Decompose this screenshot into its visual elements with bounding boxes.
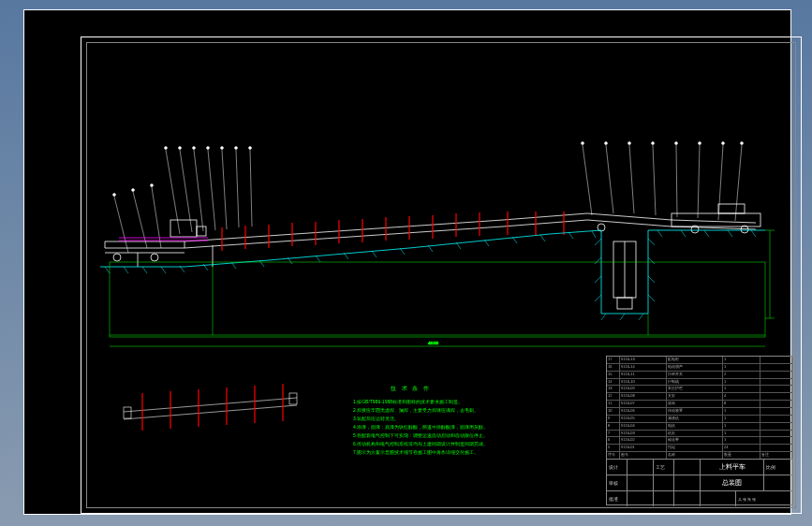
- note-line: 2.焊接应牢固无虚焊、漏焊，主要受力焊缝应满焊，去毛刺。: [353, 406, 615, 415]
- svg-rect-39: [718, 204, 745, 213]
- svg-line-0: [114, 197, 128, 253]
- svg-line-10: [194, 150, 203, 231]
- svg-line-20: [583, 145, 592, 215]
- svg-line-95: [657, 230, 662, 237]
- svg-line-75: [372, 251, 376, 257]
- svg-line-2: [133, 192, 147, 248]
- svg-line-84: [595, 239, 601, 245]
- svg-line-88: [601, 314, 606, 320]
- bom-row: 129116-08支架4: [607, 393, 792, 401]
- bom-row: 169116-14电动葫芦1: [607, 364, 792, 372]
- svg-line-73: [316, 256, 320, 262]
- svg-point-21: [582, 142, 584, 145]
- bom-row: 139116-09安全护栏1: [607, 386, 792, 393]
- bom-table: 179116-13配电柜1 169116-14电动葫芦1 159116-11行程…: [607, 357, 792, 460]
- svg-point-1: [113, 194, 116, 197]
- callouts-right: [582, 142, 744, 222]
- svg-line-14: [222, 150, 227, 229]
- svg-point-25: [628, 142, 631, 145]
- notes-title: 技 术 条 件: [391, 384, 615, 394]
- svg-point-41: [151, 254, 158, 261]
- idlers: [222, 212, 564, 251]
- project-name: 上料平车: [701, 460, 764, 475]
- svg-point-13: [207, 147, 210, 150]
- cad-canvas: 48000 技 术 条 件 1.按: [23, 9, 791, 515]
- svg-point-3: [132, 189, 135, 192]
- svg-line-89: [620, 314, 625, 320]
- svg-line-64: [105, 267, 110, 273]
- svg-rect-103: [110, 262, 765, 337]
- svg-line-28: [676, 145, 677, 217]
- dim-width: 48000: [428, 341, 439, 345]
- bom-row: 89116-04电机1: [607, 423, 792, 431]
- svg-point-29: [675, 142, 678, 145]
- section-detail: [124, 384, 297, 431]
- svg-rect-102: [617, 298, 632, 309]
- technical-notes: 技 术 条 件 1.按GB/T986-1988标准和图样的技术要求施工制造。 2…: [353, 384, 615, 457]
- svg-point-17: [235, 147, 238, 150]
- svg-point-35: [741, 142, 744, 145]
- svg-rect-118: [289, 393, 297, 404]
- svg-line-32: [718, 145, 723, 220]
- title-block-lower: 设计 工艺 上料平车 比例 审核 总装图 批准 共 张 第 张: [607, 460, 792, 506]
- svg-line-22: [606, 145, 613, 213]
- svg-line-65: [124, 267, 128, 273]
- svg-point-15: [221, 147, 224, 150]
- svg-line-4: [152, 187, 161, 248]
- svg-line-92: [648, 257, 655, 264]
- svg-point-19: [249, 147, 252, 150]
- note-line: 7.图示为方案示意图技术细节在施工图中再作详细交付施工。: [353, 448, 615, 457]
- bom-row: 79116-03机架1: [607, 431, 792, 438]
- note-line: 3.装配后应运转灵活。: [353, 415, 615, 423]
- svg-point-11: [193, 147, 196, 150]
- svg-line-97: [704, 230, 709, 237]
- svg-line-83: [592, 231, 596, 238]
- svg-line-71: [259, 260, 264, 267]
- svg-point-7: [165, 147, 168, 150]
- svg-line-93: [648, 276, 655, 283]
- note-line: 4.涂漆，面漆：底漆为铁红醇酸，两道中涂醇酸漆，面漆用灰醇。: [353, 423, 615, 431]
- bom-row: 119116-07滚筒8: [607, 401, 792, 408]
- svg-rect-38: [672, 213, 760, 226]
- svg-line-99: [751, 230, 756, 237]
- svg-line-82: [568, 232, 573, 239]
- bom-row: 149116-10控制线1: [607, 379, 792, 387]
- svg-rect-36: [170, 220, 197, 237]
- svg-line-87: [595, 295, 601, 301]
- svg-line-94: [648, 295, 655, 301]
- svg-line-85: [595, 257, 601, 264]
- drawing-title: 总装图: [701, 475, 764, 490]
- note-line: 1.按GB/T986-1988标准和图样的技术要求施工制造。: [353, 398, 615, 406]
- svg-point-31: [699, 142, 701, 145]
- svg-point-5: [151, 184, 154, 187]
- svg-line-96: [681, 230, 686, 237]
- dimensions: 48000: [110, 230, 775, 346]
- note-line: 5.在配套电气控制下可实现：调整运速自动启动和自动限位停止。: [353, 431, 615, 440]
- svg-point-44: [598, 224, 605, 231]
- svg-point-9: [179, 147, 182, 150]
- svg-line-81: [540, 235, 545, 241]
- bom-row: 179116-13配电柜1: [607, 357, 792, 364]
- svg-line-12: [208, 150, 215, 230]
- svg-rect-117: [124, 407, 131, 418]
- svg-line-91: [648, 239, 655, 245]
- svg-line-24: [629, 145, 634, 213]
- svg-line-6: [166, 150, 180, 234]
- bom-row: 109116-06传动装置1: [607, 408, 792, 416]
- ground: [100, 230, 765, 320]
- bom-row: 99116-05减速机1: [607, 416, 792, 423]
- svg-rect-37: [197, 226, 206, 236]
- svg-point-23: [605, 142, 608, 145]
- title-block: 179116-13配电柜1 169116-14电动葫芦1 159116-11行程…: [606, 356, 793, 505]
- svg-line-66: [142, 267, 147, 273]
- svg-line-16: [236, 150, 239, 227]
- svg-line-18: [250, 150, 252, 226]
- svg-line-98: [728, 230, 732, 237]
- svg-line-90: [639, 314, 643, 320]
- note-line: 6.传动机构和电气控制系统等均与土建同期设计并制造同期完成。: [353, 440, 615, 448]
- svg-point-27: [652, 142, 655, 145]
- svg-line-86: [595, 276, 601, 283]
- drawing-frame: 48000 技 术 条 件 1.按: [81, 37, 802, 514]
- bom-header: 序号图号名称数量备注: [607, 452, 792, 459]
- svg-point-33: [722, 142, 725, 145]
